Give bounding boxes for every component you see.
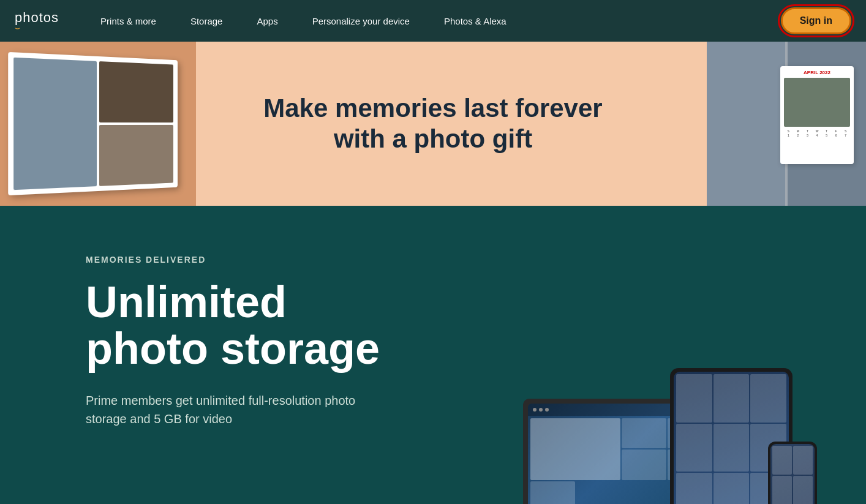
nav-item-prints[interactable]: Prints & more: [83, 0, 173, 42]
photo-cell-3: [99, 125, 173, 186]
banner-photo-family: [707, 42, 785, 206]
photo-cell-1: [13, 58, 97, 190]
nav-item-photos-alexa[interactable]: Photos & Alexa: [427, 0, 524, 42]
nav-item-storage[interactable]: Storage: [173, 0, 240, 42]
calendar-month: APRIL 2022: [784, 70, 850, 75]
banner-text: Make memories last forever with a photo …: [263, 93, 602, 155]
photo-book-decoration: [8, 52, 178, 195]
tablet-thumb-1: [676, 374, 712, 423]
phone-thumb-3: [772, 476, 792, 504]
banner-right-images: APRIL 2022 S M T W T F S 1 2 3 4 5 6 7: [707, 42, 866, 206]
logo-smile-icon: ⌣: [15, 23, 20, 32]
calendar-grid: S M T W T F S 1 2 3 4 5 6 7: [784, 129, 850, 137]
main-nav: Prints & more Storage Apps Personalize y…: [83, 0, 781, 42]
banner-calendar: APRIL 2022 S M T W T F S 1 2 3 4 5 6 7: [780, 66, 854, 164]
header: photos ⌣ Prints & more Storage Apps Pers…: [0, 0, 866, 42]
banner-title: Make memories last forever with a photo …: [263, 93, 602, 155]
promo-banner: Make memories last forever with a photo …: [0, 42, 866, 206]
screen-thumb-featured: [530, 418, 620, 480]
screen-thumb-5: [530, 481, 575, 504]
eyebrow-label: MEMORIES DELIVERED: [86, 255, 392, 265]
sign-in-button[interactable]: Sign in: [781, 7, 851, 34]
tablet-thumb-8: [714, 473, 750, 504]
main-headline: Unlimited photo storage: [86, 279, 392, 372]
logo-text: photos: [15, 10, 59, 26]
tablet-thumb-5: [714, 424, 750, 472]
tablet-thumb-2: [714, 374, 750, 423]
banner-left-image: [0, 42, 196, 206]
phone-thumb-4: [793, 476, 813, 504]
text-section: MEMORIES DELIVERED Unlimited photo stora…: [86, 255, 392, 497]
phone-mockup: [768, 442, 817, 504]
logo[interactable]: photos ⌣: [15, 10, 59, 32]
photo-cell-2: [99, 61, 173, 122]
screen-dot-1: [533, 408, 537, 412]
main-description: Prime members get unlimited full-resolut…: [86, 391, 392, 428]
calendar-photo: [784, 78, 850, 127]
screen-thumb-1: [622, 418, 666, 448]
nav-item-personalize[interactable]: Personalize your device: [295, 0, 427, 42]
screen-thumb-3: [622, 449, 666, 480]
nav-item-apps[interactable]: Apps: [239, 0, 295, 42]
phone-thumb-2: [793, 446, 813, 475]
screen-dot-2: [539, 408, 543, 412]
main-content: MEMORIES DELIVERED Unlimited photo stora…: [0, 206, 866, 504]
device-mockups: [523, 337, 817, 504]
phone-thumb-1: [772, 446, 792, 475]
screen-dot-3: [545, 408, 549, 412]
phone-screen: [770, 444, 815, 504]
tablet-thumb-7: [676, 473, 712, 504]
tablet-thumb-3: [750, 374, 786, 423]
tablet-thumb-4: [676, 424, 712, 472]
